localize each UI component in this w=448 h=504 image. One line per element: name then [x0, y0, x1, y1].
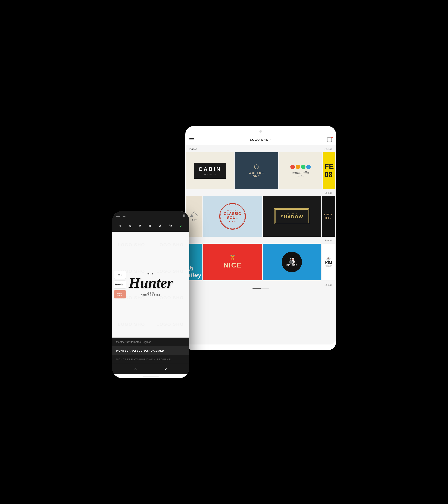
- shadow-est: EST. 1918: [280, 213, 303, 214]
- tablet-header: LOGO SHOP: [185, 135, 336, 145]
- camomile-text: camomile: [290, 171, 311, 175]
- camo-dot-red: [290, 165, 295, 169]
- camo-dot-blue: [306, 165, 311, 169]
- camo-dot-orange: [296, 165, 300, 169]
- logo-card-kim[interactable]: ☕ KIM COFFEE & EEST. 19: [322, 244, 335, 280]
- font-name-regular: MontserratAlternates Regular: [116, 341, 151, 343]
- text-button[interactable]: A: [138, 223, 142, 229]
- section-bottom-see-all[interactable]: See all: [324, 284, 332, 287]
- logo-grid-vintage: KET LOGO SHOP CLASSICSOUL ★ ★ ★: [185, 196, 336, 237]
- phone-home-indicator: [112, 374, 190, 378]
- cabin-logo-inner: CABIN by logo shop: [194, 163, 226, 179]
- copy-button[interactable]: ⧉: [148, 223, 152, 229]
- undo-button[interactable]: ↺: [158, 223, 162, 229]
- section-sport-see-all-wrap: See all: [185, 237, 336, 244]
- nice-title: NICE: [224, 261, 241, 269]
- section-basic-see-all[interactable]: See all: [324, 148, 332, 151]
- nice-inner: 🏋 NICE: [224, 255, 241, 269]
- menu-button[interactable]: [190, 138, 194, 141]
- tablet-content[interactable]: Basic See all CABIN by logo shop ⬡: [185, 145, 336, 344]
- tablet: LOGO SHOP Basic See all CABIN: [185, 126, 336, 350]
- classic-logo-shop: LOGO SHOP: [227, 210, 238, 212]
- section-basic-title: Basic: [190, 147, 197, 151]
- tablet-camera: [259, 130, 262, 133]
- svg-marker-1: [190, 214, 194, 217]
- scene: LOGO SHOP Basic See all CABIN: [112, 126, 336, 378]
- kim-inner: ☕ KIM COFFEE & EEST. 19: [325, 256, 332, 268]
- cabin-text: CABIN: [199, 166, 221, 172]
- confirm-button[interactable]: ✓: [179, 223, 183, 229]
- cart-notification-dot: [331, 137, 333, 138]
- phone-status-bar: ▐▌: [112, 211, 190, 220]
- worlds-text: WORLDSONE: [249, 171, 264, 178]
- worlds-icon: ⬡: [249, 163, 264, 170]
- section-vintage-see-all-wrap: See all: [185, 190, 336, 196]
- kim-icon: ☕: [325, 256, 332, 261]
- font-option-bold[interactable]: MONTSERRATSUBRAYADA.BOLD: [112, 346, 190, 355]
- logo-card-vintage[interactable]: VINTA RON: [322, 196, 335, 237]
- signal-icon: [116, 216, 120, 217]
- logo-card-worlds-one[interactable]: ⬡ WORLDSONE: [235, 152, 278, 189]
- logo-card-festive[interactable]: FE08: [323, 152, 335, 189]
- tablet-inner: LOGO SHOP Basic See all CABIN: [185, 135, 336, 344]
- wifi-icon: [122, 216, 125, 217]
- kim-title: KIM: [325, 261, 332, 265]
- app-title: LOGO SHOP: [250, 138, 271, 141]
- battery-icon: ▐▌: [182, 215, 185, 217]
- mountain-icon: [189, 211, 199, 218]
- bigbird-pin-icon: 🎳: [288, 257, 295, 264]
- confirm-font-button[interactable]: ✓: [165, 367, 168, 371]
- section-vintage-see-all[interactable]: See all: [324, 192, 332, 194]
- vintage-ron: RON: [324, 217, 333, 219]
- phone-toolbar: < ◈ A ⧉ ↺ ↻ ✓: [112, 220, 190, 232]
- logo-card-nice[interactable]: 🏋 NICE: [203, 244, 262, 280]
- phone-canvas[interactable]: LOGO SHO LOGO SHO LOGO SHO LOGO SHO LOGO…: [112, 232, 190, 338]
- market-text: KET: [189, 219, 199, 221]
- shadow-inner: EST. 1918 SHADOW: [275, 209, 309, 223]
- home-bar: [142, 376, 159, 377]
- logo-card-cabin[interactable]: CABIN by logo shop: [186, 152, 234, 189]
- phone-font-panel: MontserratAlternates Regular MONTSERRATS…: [112, 338, 190, 364]
- classic-soul-text: CLASSICSOUL: [224, 212, 241, 220]
- phone: ▐▌ < ◈ A ⧉ ↺ ↻ ✓ LOGO SHO LOGO SHO LOGO …: [112, 211, 190, 378]
- logo-card-classic-soul[interactable]: LOGO SHOP CLASSICSOUL ★ ★ ★: [203, 196, 262, 237]
- vintage-inner: VINTA RON: [324, 214, 333, 219]
- kim-sub: COFFEE & EEST. 19: [325, 265, 332, 268]
- festive-text: FE08: [323, 161, 335, 181]
- camomile-sub: logo shop: [290, 175, 311, 177]
- font-option-regular[interactable]: MontserratAlternates Regular: [112, 338, 190, 346]
- font-name-light: MONTSERRATSUBRAYADA.REGULAR: [116, 358, 171, 361]
- logo-card-camomile[interactable]: camomile logo shop: [279, 152, 322, 189]
- logo-grid-basic: CABIN by logo shop ⬡ WORLDSONE: [185, 152, 336, 190]
- worlds-inner: ⬡ WORLDSONE: [249, 163, 264, 178]
- font-option-light[interactable]: MONTSERRATSUBRAYADA.REGULAR: [112, 355, 190, 364]
- logo-grid-sport: thalley 🏋 NICE 🎳 BIG BIR: [185, 244, 336, 281]
- nice-icon: 🏋: [224, 255, 241, 260]
- classic-badge: LOGO SHOP CLASSICSOUL ★ ★ ★: [219, 203, 246, 230]
- shadow-diamond: EST. 1918 SHADOW: [275, 209, 309, 223]
- classic-stars: ★ ★ ★: [229, 221, 236, 222]
- shadow-title: SHADOW: [280, 214, 303, 220]
- cabin-sub: by logo shop: [199, 173, 221, 175]
- section-sport-see-all[interactable]: See all: [324, 239, 332, 242]
- scroll-progress: [253, 288, 261, 289]
- phone-bottom-bar: ✕ ✓: [112, 364, 190, 374]
- vintage-text: VINTA: [324, 214, 333, 216]
- camo-dot-green: [301, 165, 306, 169]
- phone-local-label: LOCALARMORY STORE: [141, 292, 161, 296]
- bigbird-title: BIG BIRD: [287, 264, 297, 267]
- cart-button[interactable]: [327, 138, 332, 142]
- cancel-font-button[interactable]: ✕: [134, 367, 137, 371]
- phone-hunter-label: Hunter: [129, 276, 173, 289]
- scroll-indicator: [253, 288, 269, 289]
- back-button[interactable]: <: [118, 223, 122, 229]
- camo-dots: [290, 165, 311, 169]
- section-basic-header: Basic See all: [185, 145, 336, 152]
- phone-logo-content: THE Hunter LOCALARMORY STORE: [112, 232, 190, 338]
- font-name-bold: MONTSERRATSUBRAYADA.BOLD: [116, 349, 164, 352]
- logo-card-bigbird[interactable]: 🎳 BIG BIRD: [263, 244, 321, 280]
- redo-button[interactable]: ↻: [168, 223, 173, 229]
- bigbird-circle: 🎳 BIG BIRD: [282, 252, 302, 272]
- logo-card-shadow[interactable]: EST. 1918 SHADOW: [263, 196, 321, 237]
- layers-button[interactable]: ◈: [128, 223, 132, 229]
